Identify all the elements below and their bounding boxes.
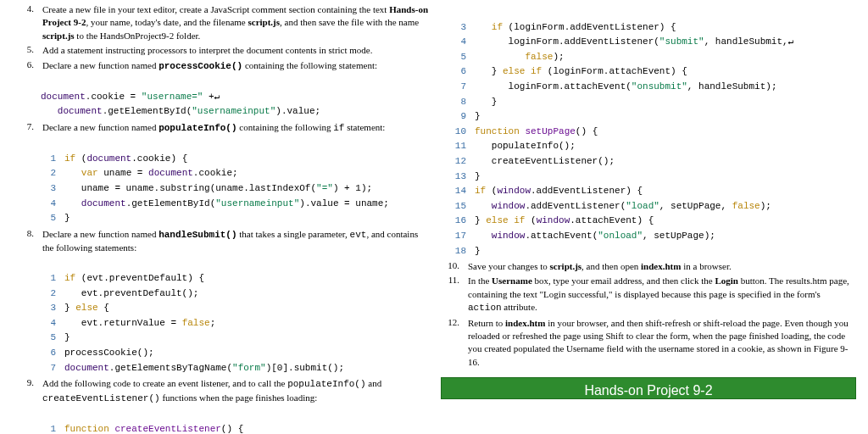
code-line: 2 evt.preventDefault(); (41, 288, 198, 298)
step-7: 7. Declare a new function named populate… (15, 121, 431, 135)
code-line: 2 var uname = document.cookie; (41, 168, 238, 178)
code-line: 15 window.addEventListener("load", setUp… (451, 201, 771, 211)
code-line: 1if (document.cookie) { (41, 153, 187, 164)
step-number: 12. (441, 317, 468, 370)
step-6: 6. Declare a new function named processC… (15, 59, 431, 73)
code-line: 6processCookie(); (41, 348, 154, 358)
code-line: 5} (41, 213, 70, 223)
code-line: document.getElementById("usernameinput")… (41, 106, 320, 116)
step-text: Add a statement instructing processors t… (42, 44, 431, 57)
code-line: 3} else { (41, 303, 109, 313)
page: 4. Create a new file in your text editor… (0, 0, 868, 434)
step-text: In the Username box, type your email add… (468, 275, 856, 314)
code-line: 5 false); (451, 52, 565, 62)
step-4: 4. Create a new file in your text editor… (15, 3, 431, 42)
step-text: Declare a new function named handleSubmi… (42, 228, 431, 255)
step-number: 11. (441, 275, 468, 314)
code-line: 7 loginForm.attachEvent("onsubmit", hand… (451, 81, 776, 92)
code-line: 18} (451, 246, 481, 256)
code-line: 4 document.getElementById("usernameinput… (41, 198, 389, 209)
step-text: Declare a new function named processCook… (42, 59, 431, 73)
code-line: 1function createEventListener() { (41, 424, 243, 434)
step-11: 11. In the Username box, type your email… (441, 275, 856, 314)
code-line: 5} (41, 332, 70, 342)
left-column: 4. Create a new file in your text editor… (10, 3, 436, 434)
code-block-9a: 1function createEventListener() { 2 var … (41, 407, 431, 434)
step-10: 10. Save your changes to script.js, and … (441, 260, 856, 273)
step-number: 7. (15, 121, 42, 135)
step-number: 6. (15, 59, 42, 73)
code-block-9b: 3 if (loginForm.addEventListener) { 4 lo… (451, 5, 856, 259)
step-text: Declare a new function named populateInf… (42, 121, 431, 135)
step-9: 9. Add the following code to create an e… (15, 377, 431, 405)
right-column: 3 if (loginForm.addEventListener) { 4 lo… (436, 3, 861, 434)
step-number: 5. (15, 44, 42, 57)
project-banner: Hands-on Project 9-2 (441, 377, 856, 399)
code-line: 4 loginForm.addEventListener("submit", h… (451, 36, 793, 47)
step-number: 8. (15, 228, 42, 255)
step-12: 12. Return to index.htm in your browser,… (441, 317, 856, 370)
code-line: 4 evt.returnValue = false; (41, 318, 215, 328)
code-line: document.cookie = "username=" +↵ (41, 92, 220, 102)
code-line: 10function setUpPage() { (451, 126, 598, 136)
code-line: 9} (451, 111, 481, 121)
step-text: Add the following code to create an even… (42, 377, 431, 405)
step-number: 4. (15, 3, 42, 42)
code-line: 3 if (loginForm.addEventListener) { (451, 22, 676, 32)
code-line: 1if (evt.preventDefault) { (41, 273, 204, 283)
code-line: 8 } (451, 97, 497, 107)
step-text: Return to index.htm in your browser, and… (468, 317, 856, 370)
code-line: 17 window.attachEvent("onload", setUpPag… (451, 231, 715, 241)
code-line: 14if (window.addEventListener) { (451, 186, 643, 196)
step-number: 10. (441, 260, 468, 273)
code-line: 11 populateInfo(); (451, 141, 576, 151)
step-8: 8. Declare a new function named handleSu… (15, 228, 431, 255)
code-line: 7document.getElementsByTagName("form")[0… (41, 363, 344, 373)
code-block-6: document.cookie = "username=" +↵ documen… (41, 75, 431, 120)
step-text: Create a new file in your text editor, c… (42, 3, 431, 42)
step-5: 5. Add a statement instructing processor… (15, 44, 431, 57)
code-line: 3 uname = uname.substring(uname.lastInde… (41, 183, 372, 193)
step-text: Save your changes to script.js, and then… (468, 260, 856, 273)
code-line: 12 createEventListener(); (451, 156, 615, 166)
code-block-8: 1if (evt.preventDefault) { 2 evt.prevent… (41, 256, 431, 376)
code-line: 16} else if (window.attachEvent) { (451, 215, 654, 225)
code-line: 6 } else if (loginForm.attachEvent) { (451, 66, 687, 76)
code-line: 13} (451, 171, 481, 181)
code-block-7: 1if (document.cookie) { 2 var uname = do… (41, 136, 431, 226)
step-number: 9. (15, 377, 42, 405)
